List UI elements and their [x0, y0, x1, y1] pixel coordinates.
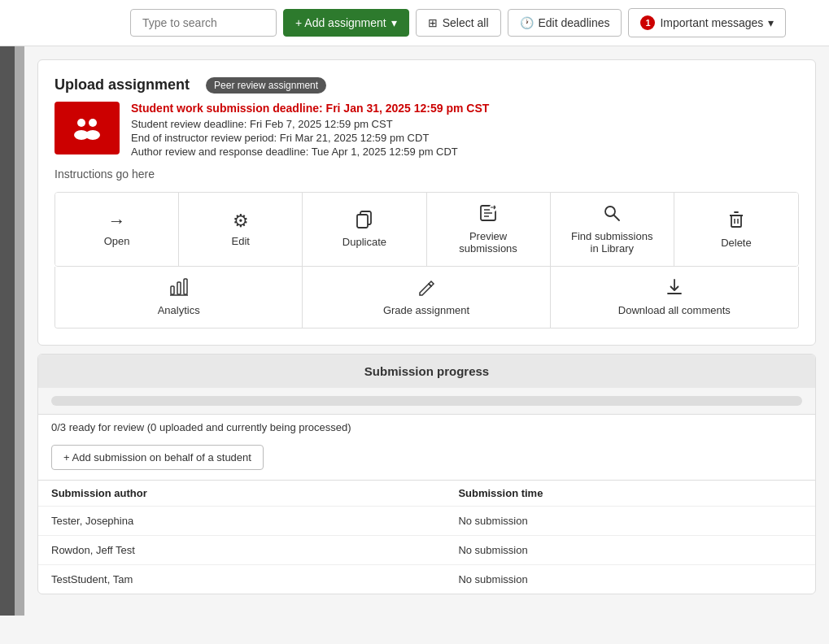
time-cell: No submission: [445, 536, 815, 565]
edit-deadlines-label: Edit deadlines: [539, 16, 610, 29]
toolbar: + Add assignment ▾ ⊞ Select all 🕐 Edit d…: [0, 0, 829, 46]
analytics-label: Analytics: [158, 304, 200, 316]
grid-icon: ⊞: [428, 16, 438, 29]
important-messages-label: Important messages: [660, 16, 763, 29]
assignment-title: Upload assignment: [55, 76, 190, 94]
edit-label: Edit: [232, 235, 250, 247]
svg-point-3: [85, 130, 100, 140]
table-row: TestStudent, Tam No submission: [38, 565, 815, 594]
svg-rect-20: [184, 279, 187, 294]
search-input[interactable]: [130, 9, 277, 37]
svg-point-1: [89, 119, 97, 127]
find-submissions-label: Find submissionsin Library: [571, 230, 652, 255]
instructions-text: Instructions go here: [55, 168, 799, 181]
assignment-icon: [55, 102, 120, 154]
author-deadline: Author review and response deadline: Tue…: [131, 146, 799, 158]
important-messages-badge: 1: [640, 15, 655, 30]
submission-progress-title: Submission progress: [38, 355, 815, 388]
sidebar-strip-right: [15, 46, 24, 616]
select-all-button[interactable]: ⊞ Select all: [416, 9, 501, 37]
dropdown-arrow-icon: ▾: [391, 16, 397, 29]
open-icon: →: [108, 212, 126, 230]
preview-icon: [479, 204, 497, 225]
submission-progress-section: Submission progress 0/3 ready for review…: [37, 354, 816, 594]
svg-line-12: [614, 215, 620, 221]
svg-rect-18: [171, 286, 174, 294]
download-comments-label: Download all comments: [618, 304, 731, 316]
author-column-header: Submission author: [38, 481, 445, 507]
grade-assignment-button[interactable]: Grade assignment: [303, 267, 550, 328]
author-cell: Tester, Josephina: [38, 507, 445, 536]
peer-review-badge: Peer review assignment: [206, 77, 326, 94]
main-content: Upload assignment Peer review assignment…: [24, 46, 829, 616]
clock-icon: 🕐: [520, 16, 534, 29]
dropdown-arrow-icon: ▾: [768, 16, 774, 29]
time-cell: No submission: [445, 507, 815, 536]
action-grid-top: → Open ⚙ Edit Duplicate: [55, 192, 799, 267]
duplicate-icon: [356, 211, 373, 231]
open-label: Open: [104, 235, 130, 247]
progress-bar: [51, 396, 802, 406]
preview-submissions-label: Previewsubmissions: [459, 230, 517, 255]
important-messages-button[interactable]: 1 Important messages ▾: [628, 8, 786, 37]
pencil-icon: [417, 278, 435, 299]
page-wrapper: Upload assignment Peer review assignment…: [0, 46, 829, 616]
open-button[interactable]: → Open: [55, 193, 179, 266]
grade-assignment-label: Grade assignment: [383, 304, 469, 316]
sidebar-strip-left: [0, 46, 15, 616]
time-cell: No submission: [445, 565, 815, 594]
delete-button[interactable]: Delete: [674, 193, 798, 266]
assignment-card: Upload assignment Peer review assignment…: [37, 59, 816, 346]
assignment-card-header: Upload assignment Peer review assignment: [55, 76, 799, 94]
gear-icon: ⚙: [233, 212, 249, 230]
duplicate-button[interactable]: Duplicate: [303, 193, 426, 266]
author-cell: Rowdon, Jeff Test: [38, 536, 445, 565]
ready-text: 0/3 ready for review (0 uploaded and cur…: [38, 415, 815, 440]
analytics-button[interactable]: Analytics: [55, 267, 303, 328]
table-row: Tester, Josephina No submission: [38, 507, 815, 536]
find-submissions-button[interactable]: Find submissionsin Library: [551, 193, 674, 266]
duplicate-label: Duplicate: [343, 236, 386, 248]
add-assignment-label: + Add assignment: [295, 16, 386, 29]
action-grid-bottom: Analytics Grade assignment: [55, 267, 799, 329]
instructor-deadline: End of instructor review period: Fri Mar…: [131, 132, 799, 144]
student-deadline: Student work submission deadline: Fri Ja…: [131, 102, 799, 115]
svg-rect-19: [177, 282, 181, 294]
svg-point-0: [77, 119, 85, 127]
download-icon: [665, 278, 683, 299]
delete-label: Delete: [721, 237, 752, 249]
download-comments-button[interactable]: Download all comments: [551, 267, 798, 328]
edit-button[interactable]: ⚙ Edit: [179, 193, 303, 266]
svg-rect-13: [731, 215, 741, 227]
assignment-info-row: Student work submission deadline: Fri Ja…: [55, 102, 799, 159]
add-submission-label: + Add submission on behalf of a student: [63, 451, 251, 463]
author-cell: TestStudent, Tam: [38, 565, 445, 594]
time-column-header: Submission time: [445, 481, 815, 507]
submission-table: Submission author Submission time Tester…: [38, 480, 815, 594]
search-icon: [603, 204, 621, 225]
review-deadline: Student review deadline: Fri Feb 7, 2025…: [131, 118, 799, 130]
add-submission-button[interactable]: + Add submission on behalf of a student: [51, 445, 264, 470]
svg-rect-5: [357, 215, 368, 228]
progress-bar-container: [38, 388, 815, 415]
add-assignment-button[interactable]: + Add assignment ▾: [283, 9, 409, 37]
preview-submissions-button[interactable]: Previewsubmissions: [427, 193, 551, 266]
analytics-icon: [169, 278, 189, 299]
table-row: Rowdon, Jeff Test No submission: [38, 536, 815, 565]
trash-icon: [727, 211, 745, 232]
edit-deadlines-button[interactable]: 🕐 Edit deadlines: [508, 9, 622, 37]
assignment-details: Student work submission deadline: Fri Ja…: [131, 102, 799, 159]
select-all-label: Select all: [443, 16, 489, 29]
